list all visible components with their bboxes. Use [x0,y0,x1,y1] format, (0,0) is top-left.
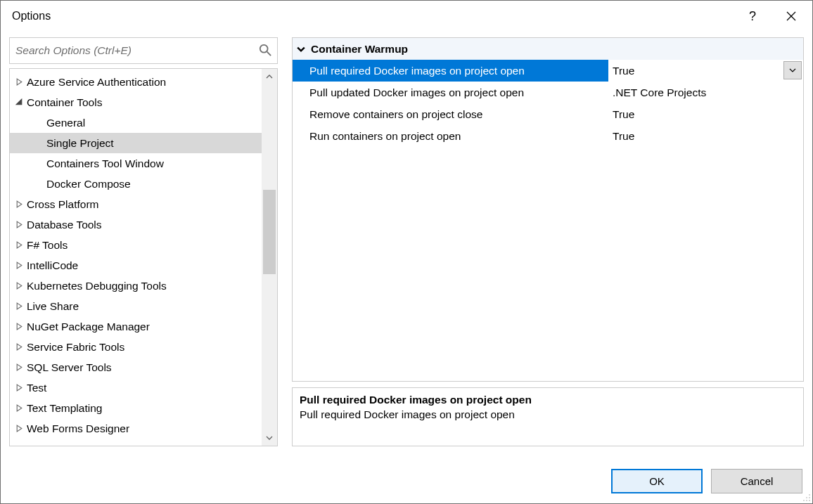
property-category-header[interactable]: Container Warmup [293,38,803,60]
property-name-cell[interactable]: Run containers on project open [293,125,608,147]
description-text: Pull required Docker images on project o… [300,408,796,421]
tree-item[interactable]: Containers Tool Window [10,153,262,174]
tree-item[interactable]: Service Fabric Tools [10,337,262,357]
tree-item-label: Kubernetes Debugging Tools [27,280,167,292]
tree-scrollbar[interactable] [262,69,277,446]
expand-icon[interactable] [14,363,24,373]
search-box[interactable] [9,37,278,64]
property-row[interactable]: Pull required Docker images on project o… [293,60,803,82]
tree-item-label: Docker Compose [46,178,131,190]
tree-item-label: Text Templating [27,402,102,415]
tree-item[interactable]: Azure Service Authentication [10,72,262,92]
tree-item-label: F# Tools [27,239,68,252]
property-row[interactable]: Run containers on project openTrue [293,125,803,147]
tree-item-label: Service Fabric Tools [27,341,124,354]
property-value-cell[interactable]: True [608,125,803,147]
expand-icon[interactable] [14,383,24,393]
property-name-cell[interactable]: Pull updated Docker images on project op… [293,82,608,103]
category-panel: Azure Service AuthenticationContainer To… [9,37,278,446]
property-panel: Container WarmupPull required Docker ima… [292,37,804,446]
tree-item-label: Single Project [46,137,114,150]
description-title: Pull required Docker images on project o… [300,394,796,406]
tree-item[interactable]: SQL Server Tools [10,357,262,377]
collapse-icon[interactable] [14,98,24,108]
expand-icon[interactable] [14,424,24,434]
search-icon[interactable] [259,44,271,58]
tree-item-label: Azure Service Authentication [27,76,166,89]
tree-item-label: Containers Tool Window [46,157,164,170]
cancel-button[interactable]: Cancel [711,469,802,493]
expand-icon[interactable] [14,281,24,291]
close-button[interactable] [770,1,812,32]
title-bar: Options ? [1,1,812,32]
property-name-cell[interactable]: Pull required Docker images on project o… [293,60,608,82]
svg-point-5 [806,497,807,498]
property-value-cell[interactable]: .NET Core Projects [608,82,803,103]
tree-item[interactable]: General [10,112,262,133]
tree-item[interactable]: IntelliCode [10,255,262,276]
scroll-down-button[interactable] [262,430,277,446]
tree-item-label: Live Share [27,300,79,313]
expand-icon[interactable] [14,200,24,209]
expand-icon[interactable] [14,261,24,271]
collapse-icon[interactable] [293,45,309,53]
tree-item[interactable]: Text Templating [10,398,262,418]
property-value-cell[interactable]: True [608,103,803,125]
help-button[interactable]: ? [735,1,770,32]
tree-item[interactable]: Live Share [10,296,262,316]
expand-icon[interactable] [14,322,24,332]
search-input[interactable] [15,44,259,57]
ok-button[interactable]: OK [611,469,703,493]
scroll-track[interactable] [262,84,277,430]
property-name: Run containers on project open [309,130,461,143]
tree-item[interactable]: Database Tools [10,214,262,235]
property-description: Pull required Docker images on project o… [292,387,804,446]
tree-item-label: Test [27,382,46,394]
tree-item[interactable]: Test [10,377,262,398]
tree-item-label: SQL Server Tools [27,361,112,374]
tree-item[interactable]: F# Tools [10,235,262,255]
tree-item[interactable]: Single Project [10,133,262,153]
property-name: Pull updated Docker images on project op… [309,86,524,99]
tree-item[interactable]: Web Forms Designer [10,418,262,439]
property-row[interactable]: Pull updated Docker images on project op… [293,82,803,103]
property-value-cell[interactable]: True [608,60,803,82]
expand-icon[interactable] [14,302,24,311]
property-name: Remove containers on project close [309,108,482,121]
tree-item[interactable]: Cross Platform [10,194,262,214]
property-row[interactable]: Remove containers on project closeTrue [293,103,803,125]
scroll-thumb[interactable] [263,190,276,274]
property-name: Pull required Docker images on project o… [309,65,525,77]
expand-icon[interactable] [14,240,24,250]
property-value: True [613,130,634,143]
tree-item[interactable]: Kubernetes Debugging Tools [10,276,262,296]
property-name-cell[interactable]: Remove containers on project close [293,103,608,125]
property-value: .NET Core Projects [613,86,706,99]
property-value: True [613,65,634,77]
dialog-buttons: OK Cancel [611,469,802,493]
dropdown-button[interactable] [783,61,802,79]
expand-icon[interactable] [14,77,24,87]
property-value: True [613,108,634,121]
category-label: Container Warmup [309,43,608,56]
tree-item[interactable]: Docker Compose [10,174,262,194]
tree-item-label: Container Tools [27,96,102,109]
tree-item-label: General [46,117,85,129]
expand-icon[interactable] [14,403,24,413]
expand-icon[interactable] [14,342,24,352]
svg-point-2 [260,44,268,52]
tree-item[interactable]: NuGet Package Manager [10,316,262,337]
tree-item[interactable]: Container Tools [10,92,262,112]
category-tree: Azure Service AuthenticationContainer To… [9,68,278,446]
scroll-up-button[interactable] [262,69,277,84]
svg-point-8 [806,500,807,501]
svg-line-3 [267,51,271,55]
tree-item-label: Web Forms Designer [27,422,129,435]
resize-grip[interactable] [801,492,811,502]
content-area: Azure Service AuthenticationContainer To… [1,32,812,446]
expand-icon[interactable] [14,220,24,230]
svg-point-9 [809,500,810,501]
tree-item-label: IntelliCode [27,259,78,272]
tree-item-label: Cross Platform [27,198,99,211]
window-title: Options [1,10,51,22]
